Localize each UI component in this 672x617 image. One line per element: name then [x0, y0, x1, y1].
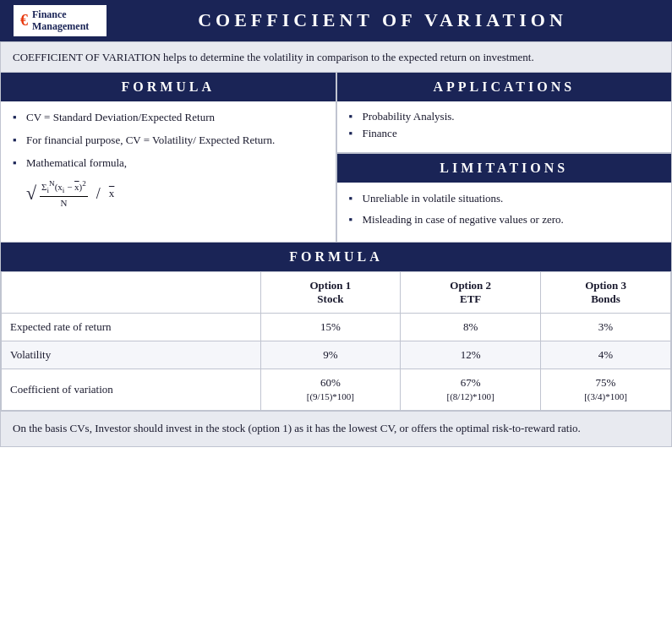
applications-header: APPLICATIONS [337, 73, 672, 101]
formula-item-2: For financial purpose, CV = Volatility/ … [13, 133, 324, 149]
row-label-expected: Expected rate of return [2, 313, 261, 341]
x-bar: x [109, 187, 115, 200]
limitations-header: LIMITATIONS [337, 154, 672, 183]
app-item-2: Finance [349, 127, 660, 140]
col-header-empty [2, 271, 261, 313]
row-opt1-cv: 60%[(9/15)*100] [260, 369, 401, 410]
formula-item-1: CV = Standard Deviation/Expected Return [13, 110, 324, 126]
logo-box: € Finance Management [14, 5, 107, 36]
right-column: APPLICATIONS Probability Analysis. Finan… [337, 73, 672, 242]
sqrt-radical: √ [26, 183, 36, 205]
conclusion-bar: On the basis CVs, Investor should invest… [0, 412, 672, 447]
row-opt3-volatility: 4% [541, 341, 671, 369]
formula-item-3: Mathematical formula, [13, 156, 324, 172]
row-opt2-volatility: 12% [401, 341, 541, 369]
logo-icon: € [20, 12, 28, 30]
applications-list: Probability Analysis. Finance [349, 110, 660, 140]
row-opt3-expected: 3% [541, 313, 671, 341]
logo-text: Finance Management [32, 8, 89, 33]
page-title: COEFFICIENT OF VARIATION [107, 9, 658, 31]
formula-content: CV = Standard Deviation/Expected Return … [1, 101, 336, 216]
app-item-1: Probability Analysis. [349, 110, 660, 123]
lim-item-2: Misleading in case of negative values or… [349, 212, 660, 228]
row-opt1-expected: 15% [260, 313, 401, 341]
table-row: Expected rate of return 15% 8% 3% [2, 313, 671, 341]
fraction-display: ΣiN(xi − x)2 N [40, 180, 88, 208]
limitations-content: Unreliable in volatile situations. Misle… [337, 183, 672, 242]
table-row: Coefficient of variation 60%[(9/15)*100]… [2, 369, 671, 410]
table-section-header: FORMULA [1, 243, 671, 271]
row-opt1-volatility: 9% [260, 341, 401, 369]
row-opt3-cv: 75%[(3/4)*100] [541, 369, 671, 410]
logo-line2: Management [32, 20, 89, 32]
formula-column: FORMULA CV = Standard Deviation/Expected… [1, 73, 337, 242]
math-formula: √ ΣiN(xi − x)2 N / x [26, 180, 324, 208]
limitations-list: Unreliable in volatile situations. Misle… [349, 191, 660, 228]
table-formula-section: FORMULA Option 1Stock Option 2ETF Option… [0, 243, 672, 412]
table-header-row: Option 1Stock Option 2ETF Option 3Bonds [2, 271, 671, 313]
col-header-opt3: Option 3Bonds [541, 271, 671, 313]
limitations-section: LIMITATIONS Unreliable in volatile situa… [337, 154, 672, 242]
two-col-section: FORMULA CV = Standard Deviation/Expected… [0, 73, 672, 243]
applications-content: Probability Analysis. Finance [337, 101, 672, 154]
row-label-cv: Coefficient of variation [2, 369, 261, 410]
logo-line1: Finance [32, 8, 89, 20]
formula-list: CV = Standard Deviation/Expected Return … [13, 110, 324, 172]
col-header-opt2: Option 2ETF [401, 271, 541, 313]
row-opt2-expected: 8% [401, 313, 541, 341]
description-bar: COEFFICIENT OF VARIATION helps to determ… [0, 41, 672, 74]
applications-section: APPLICATIONS Probability Analysis. Finan… [337, 73, 672, 154]
row-label-volatility: Volatility [2, 341, 261, 369]
col-header-opt1: Option 1Stock [260, 271, 401, 313]
divide-symbol: / [96, 185, 101, 203]
page-header: € Finance Management COEFFICIENT OF VARI… [0, 0, 672, 41]
row-opt2-cv: 67%[(8/12)*100] [401, 369, 541, 410]
data-table: Option 1Stock Option 2ETF Option 3Bonds … [1, 271, 671, 411]
fraction-numerator: ΣiN(xi − x)2 [40, 180, 88, 197]
lim-item-1: Unreliable in volatile situations. [349, 191, 660, 207]
table-row: Volatility 9% 12% 4% [2, 341, 671, 369]
fraction-denominator: N [58, 197, 68, 208]
formula-header: FORMULA [1, 73, 336, 101]
